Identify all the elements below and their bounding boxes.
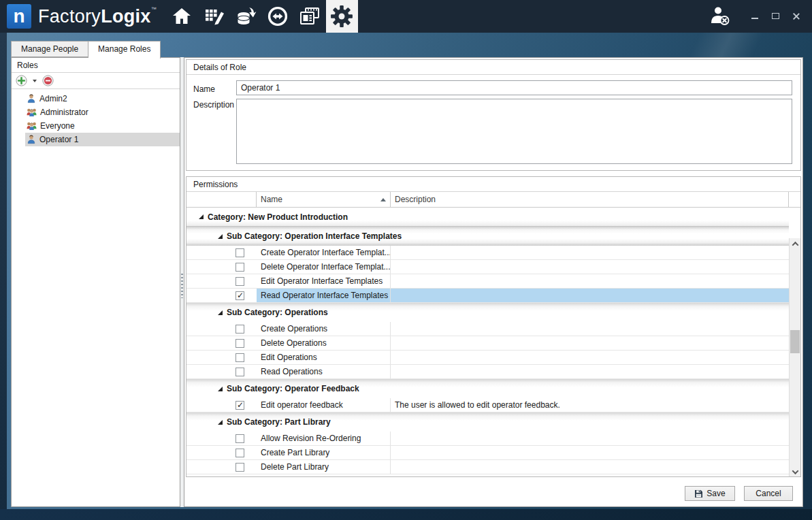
- group-icon: [27, 121, 37, 131]
- remove-role-button[interactable]: [42, 75, 54, 86]
- scrollbar-column-header: [789, 192, 800, 207]
- window-controls: [751, 12, 801, 21]
- role-list-item[interactable]: Everyone: [12, 119, 180, 133]
- permission-name: Read Operator Interface Templates: [261, 291, 388, 300]
- permission-checkbox[interactable]: [236, 434, 244, 443]
- scroll-up-icon[interactable]: [790, 238, 800, 250]
- checkbox-column-header[interactable]: [186, 192, 257, 207]
- collapse-triangle-icon[interactable]: [199, 214, 204, 219]
- subcategory-row[interactable]: Sub Category: Operations: [186, 303, 789, 322]
- database-icon[interactable]: [230, 0, 262, 33]
- tab-manage-people[interactable]: Manage People: [11, 41, 88, 57]
- permission-row[interactable]: Read Operator Interface Templates: [186, 289, 789, 303]
- name-label: Name: [193, 84, 215, 94]
- logo-letter: n: [13, 5, 25, 27]
- role-name-input[interactable]: [236, 80, 792, 95]
- minimize-button[interactable]: [751, 12, 760, 21]
- permission-row[interactable]: Delete Part Library: [186, 460, 789, 474]
- add-role-dropdown-icon[interactable]: [33, 80, 37, 82]
- permission-checkbox[interactable]: [236, 339, 244, 348]
- role-label: Administrator: [40, 108, 88, 117]
- role-label: Admin2: [39, 94, 67, 103]
- permission-checkbox[interactable]: [236, 248, 244, 257]
- tab-manage-roles[interactable]: Manage Roles: [88, 41, 161, 59]
- permission-row[interactable]: Delete Operations: [186, 336, 789, 351]
- name-column-header[interactable]: Name: [257, 192, 391, 207]
- permission-checkbox[interactable]: [236, 277, 244, 286]
- subcategory-label: Sub Category: Part Library: [227, 417, 331, 427]
- user-icon: [27, 135, 36, 144]
- subcategory-row[interactable]: Sub Category: Operation Interface Templa…: [186, 227, 789, 246]
- permission-row[interactable]: Read Operations: [186, 365, 789, 379]
- permission-row[interactable]: Create Operations: [186, 322, 789, 336]
- permission-name: Create Part Library: [261, 448, 329, 457]
- role-details-panel: Details of Role Name Description Permiss…: [184, 57, 803, 507]
- permission-row[interactable]: Edit Operator Interface Templates: [186, 274, 789, 289]
- add-role-button[interactable]: [16, 75, 27, 86]
- permission-checkbox[interactable]: [236, 353, 244, 362]
- permission-name: Edit operator feedback: [261, 400, 343, 410]
- permissions-box: Permissions Name Description Category: N…: [186, 176, 801, 477]
- subcategory-label: Sub Category: Operation Interface Templa…: [227, 231, 402, 241]
- news-icon[interactable]: [294, 0, 326, 33]
- permission-checkbox[interactable]: [236, 449, 244, 457]
- permission-name: Allow Revision Re-Ordering: [261, 434, 361, 443]
- scroll-down-icon[interactable]: [790, 466, 800, 477]
- role-description-input[interactable]: [236, 99, 792, 164]
- roles-panel: Roles Admin2: [11, 57, 180, 507]
- role-list-item[interactable]: Admin2: [12, 92, 180, 105]
- trademark: ™: [151, 6, 157, 12]
- window-left-border: [0, 33, 7, 520]
- window-bottom-border: [0, 509, 812, 520]
- collapse-triangle-icon[interactable]: [218, 234, 223, 239]
- vertical-scrollbar[interactable]: [789, 238, 800, 477]
- permission-name: Edit Operations: [261, 353, 317, 362]
- spreadsheet-edit-icon[interactable]: [198, 0, 230, 33]
- subcategory-label: Sub Category: Operations: [227, 308, 328, 317]
- collapse-triangle-icon[interactable]: [218, 310, 223, 315]
- permission-row[interactable]: Create Part Library: [186, 446, 789, 460]
- subcategory-label: Sub Category: Operator Feedback: [227, 384, 359, 393]
- permission-row[interactable]: Create Operator Interface Templat...: [186, 246, 789, 260]
- permission-checkbox[interactable]: [236, 368, 244, 376]
- scrollbar-thumb[interactable]: [790, 330, 800, 353]
- category-row[interactable]: Category: New Product Introduction: [186, 208, 789, 227]
- permission-name: Delete Operator Interface Templat...: [261, 262, 391, 272]
- sync-icon[interactable]: [262, 0, 294, 33]
- role-list-item[interactable]: Administrator: [12, 105, 180, 119]
- user-logout-icon[interactable]: [709, 5, 732, 27]
- permission-checkbox[interactable]: [236, 291, 244, 300]
- permission-rows: Category: New Product Introduction Sub C…: [186, 208, 789, 474]
- role-list-item[interactable]: Operator 1: [12, 133, 180, 146]
- group-icon: [27, 108, 37, 117]
- collapse-triangle-icon[interactable]: [218, 420, 223, 425]
- brand-name: FactoryLogix™: [38, 6, 157, 27]
- role-label: Operator 1: [39, 135, 78, 144]
- sort-ascending-icon: [380, 198, 386, 201]
- gear-icon[interactable]: [326, 0, 358, 33]
- permission-checkbox[interactable]: [236, 463, 244, 472]
- permission-row[interactable]: Edit Operations: [186, 351, 789, 365]
- permission-name: Delete Part Library: [261, 462, 329, 472]
- permission-checkbox[interactable]: [236, 401, 244, 410]
- titlebar-right: [709, 5, 812, 27]
- cancel-button[interactable]: Cancel: [744, 486, 793, 501]
- home-icon[interactable]: [166, 0, 198, 33]
- close-button[interactable]: [792, 12, 801, 21]
- permission-row[interactable]: Edit operator feedback The user is allow…: [186, 398, 789, 412]
- permission-row[interactable]: Allow Revision Re-Ordering: [186, 432, 789, 446]
- permission-checkbox[interactable]: [236, 325, 244, 334]
- permission-row[interactable]: Delete Operator Interface Templat...: [186, 260, 789, 274]
- permission-checkbox[interactable]: [236, 263, 244, 272]
- subcategory-row[interactable]: Sub Category: Operator Feedback: [186, 379, 789, 398]
- splitter-grip-icon: [181, 274, 183, 298]
- description-column-header[interactable]: Description: [391, 192, 789, 207]
- description-label: Description: [193, 100, 234, 110]
- collapse-triangle-icon[interactable]: [218, 387, 223, 391]
- details-of-role-title: Details of Role: [186, 60, 800, 75]
- save-button[interactable]: Save: [685, 486, 735, 501]
- maximize-button[interactable]: [771, 12, 781, 21]
- permission-description: The user is allowed to edit operator fee…: [395, 400, 560, 410]
- role-list: Admin2 Administrator: [12, 89, 180, 146]
- subcategory-row[interactable]: Sub Category: Part Library: [186, 412, 789, 432]
